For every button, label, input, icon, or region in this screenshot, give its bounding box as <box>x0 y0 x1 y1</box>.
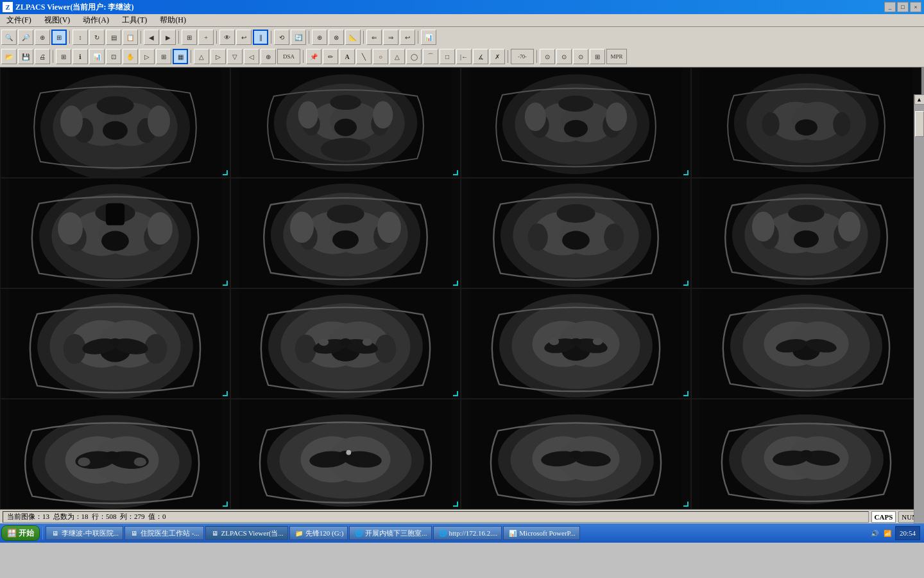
tb-grid2[interactable]: ⊞ <box>590 49 605 64</box>
menu-action[interactable]: 动作(A) <box>79 13 113 27</box>
tb-ellipse[interactable]: ○ <box>373 49 388 64</box>
tb-tri2[interactable]: ▷ <box>210 49 226 64</box>
scroll-track[interactable] <box>914 105 925 526</box>
tb-rotate[interactable]: ↻ <box>89 30 105 45</box>
scrollbar[interactable]: ▲ ▼ <box>914 94 924 536</box>
tb-refresh[interactable]: 🔄 <box>291 30 306 45</box>
tb-pan-left[interactable]: ⇐ <box>366 30 382 45</box>
maximize-button[interactable]: □ <box>897 2 909 12</box>
menu-file[interactable]: 文件(F) <box>3 13 35 27</box>
tb-tri3[interactable]: ▽ <box>227 49 243 64</box>
scroll-thumb[interactable] <box>915 111 924 137</box>
tb-circle[interactable]: ⊕ <box>312 30 327 45</box>
taskbar-item-1[interactable]: 🖥 李继波-中联医院... <box>46 526 123 540</box>
menu-tools[interactable]: 工具(T) <box>118 13 151 27</box>
tb-plus-circ[interactable]: ⊕ <box>261 49 276 64</box>
tb-print[interactable]: 🖨 <box>35 49 50 64</box>
tb-layout[interactable]: ▤ <box>106 30 121 45</box>
taskbar-item-6[interactable]: 🌐 http://172.16.2.... <box>433 526 502 540</box>
scroll-up-button[interactable]: ▲ <box>914 94 925 105</box>
tb-triangle[interactable]: △ <box>389 49 405 64</box>
tb-tile[interactable]: ⊡ <box>106 49 121 64</box>
taskbar-item-5[interactable]: 🌐 开展内镜下三胞室... <box>349 526 431 540</box>
tb-histogram[interactable]: 📊 <box>421 30 436 45</box>
tb-line[interactable]: ╲ <box>356 49 372 64</box>
tb-sphere2[interactable]: ⊙ <box>556 49 572 64</box>
image-cell-12[interactable] <box>691 288 921 399</box>
tb-layout2[interactable]: ⊞ <box>56 49 71 64</box>
tb-zoom-window[interactable]: ⊞ <box>51 30 67 45</box>
tb-sphere3[interactable]: ⊙ <box>573 49 588 64</box>
tb-measure2[interactable]: |← <box>456 49 472 64</box>
tb-info[interactable]: ℹ <box>73 49 88 64</box>
sep5 <box>271 31 271 44</box>
sep11 <box>303 50 304 63</box>
tb-pan-right[interactable]: ⇒ <box>383 30 398 45</box>
tb-open[interactable]: 📂 <box>1 49 17 64</box>
tb-tri1[interactable]: △ <box>194 49 209 64</box>
tb-wl[interactable]: ↕ <box>73 30 88 45</box>
tb-save[interactable]: 💾 <box>18 49 33 64</box>
image-cell-11[interactable] <box>461 288 691 399</box>
image-cell-7[interactable] <box>461 178 691 288</box>
tb-add[interactable]: + <box>198 30 214 45</box>
image-cell-14[interactable] <box>230 399 461 509</box>
tb-tri4[interactable]: ◁ <box>244 49 259 64</box>
tb-back[interactable]: ↩ <box>400 30 415 45</box>
menu-view[interactable]: 视图(V) <box>40 13 74 27</box>
taskbar-item-3[interactable]: 🖥 ZLPACS Viewer(当... <box>205 526 288 540</box>
image-cell-4[interactable] <box>691 67 921 178</box>
image-cell-2[interactable] <box>230 67 461 178</box>
image-cell-6[interactable] <box>230 178 461 288</box>
tb-draw[interactable]: ✏ <box>323 49 338 64</box>
image-cell-10[interactable] <box>230 288 461 399</box>
tb-zoom-in[interactable]: 🔎 <box>18 30 33 45</box>
tb-measure[interactable]: 📐 <box>345 30 361 45</box>
image-cell-16[interactable] <box>691 399 921 509</box>
tb-undo[interactable]: ↩ <box>236 30 252 45</box>
taskbar-item-2[interactable]: 🖥 住院医生工作站 -... <box>124 526 204 540</box>
tb-annotate[interactable]: 📋 <box>123 30 138 45</box>
tb-cross2[interactable]: ✗ <box>490 49 505 64</box>
tb-wl-preset[interactable]: -70- <box>511 49 534 64</box>
tb-zoom-fit[interactable]: ⊕ <box>35 30 50 45</box>
tb-view-mode[interactable]: 👁 <box>219 30 235 45</box>
tb-sync[interactable]: ∥ <box>253 30 268 45</box>
minimize-button[interactable]: _ <box>884 2 896 12</box>
tb-rect[interactable]: □ <box>440 49 455 64</box>
cell-corner-3 <box>683 170 689 175</box>
tb-pan[interactable]: ✋ <box>123 49 138 64</box>
tb-stats[interactable]: 📊 <box>89 49 105 64</box>
tb-pin[interactable]: 📌 <box>306 49 321 64</box>
start-button[interactable]: 🪟 开始 <box>1 525 40 541</box>
tb-mpr[interactable]: MPR <box>606 49 627 64</box>
taskbar-item-7[interactable]: 📊 Microsoft PowerP... <box>503 526 579 540</box>
tb-cine[interactable]: ▷ <box>139 49 155 64</box>
tb-dsa[interactable]: DSA <box>277 49 300 64</box>
tb-cross[interactable]: ⊗ <box>329 30 344 45</box>
tb-next[interactable]: ▶ <box>160 30 176 45</box>
tb-open-circle[interactable]: ◯ <box>406 49 422 64</box>
tb-prev[interactable]: ◀ <box>144 30 159 45</box>
menu-help[interactable]: 帮助(H) <box>156 13 190 27</box>
tb-angle[interactable]: ∡ <box>473 49 488 64</box>
image-cell-9[interactable] <box>0 288 230 399</box>
svg-point-136 <box>78 457 90 466</box>
image-cell-13[interactable] <box>0 399 230 509</box>
close-button[interactable]: × <box>910 2 921 12</box>
tb-zoom[interactable]: 🔍 <box>1 30 17 45</box>
image-cell-3[interactable] <box>461 67 691 178</box>
tb-text[interactable]: A <box>339 49 355 64</box>
image-cell-15[interactable] <box>461 399 691 509</box>
tb-reset[interactable]: ⟲ <box>274 30 289 45</box>
image-cell-8[interactable] <box>691 178 921 288</box>
cell-corner-1 <box>223 170 228 175</box>
image-cell-5[interactable] <box>0 178 230 288</box>
tb-grid[interactable]: ⊞ <box>182 30 197 45</box>
taskbar-item-4[interactable]: 📁 先锋120 (G:) <box>289 526 348 540</box>
tb-multi[interactable]: ⊞ <box>156 49 171 64</box>
tb-viewer[interactable]: ▦ <box>173 49 188 64</box>
image-cell-1[interactable] <box>0 67 230 178</box>
tb-arc[interactable]: ⌒ <box>423 49 438 64</box>
tb-sphere1[interactable]: ⊙ <box>540 49 555 64</box>
